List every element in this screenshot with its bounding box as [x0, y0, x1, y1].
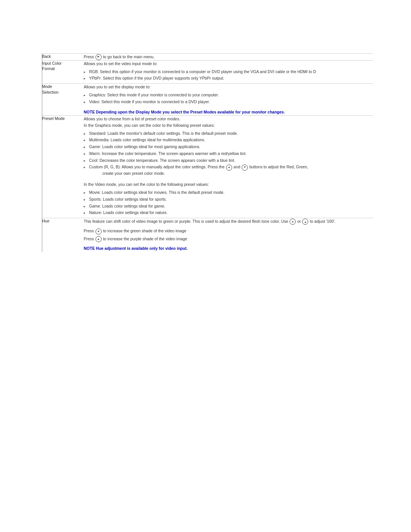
pm-graphics-list: Standard: Loads the monitor's default co…: [84, 129, 373, 179]
pm-intro2: In the Graphics mode, you can set the co…: [84, 122, 373, 129]
pm-multimedia: Multimedia: Loads color settings ideal f…: [84, 137, 373, 144]
line-col: [38, 53, 42, 60]
icf-item-rgb: RGB: Select this option if your monitor …: [84, 69, 373, 75]
hue-down-icon: [290, 219, 296, 225]
input-color-format-row: Input ColorFormat Allows you to set the …: [38, 60, 373, 83]
preset-mode-row: Preset Mode Allows you to choose from a …: [38, 116, 373, 218]
hue-label: Hue: [42, 218, 84, 252]
mode-selection-content: Allows you to set the display mode to: G…: [84, 84, 373, 116]
input-color-format-content: Allows you to set the video input mode t…: [84, 60, 373, 83]
icf-intro: Allows you to set the video input mode t…: [84, 61, 373, 67]
back-label: Back: [42, 53, 84, 60]
back-row: Back Press ► to go back to the main menu…: [38, 53, 373, 60]
hue-up-icon: [302, 219, 308, 225]
back-content: Press ► to go back to the main menu.: [84, 53, 373, 60]
pm-cool: Cool: Decreases the color temperature. T…: [84, 157, 373, 164]
custom-down-icon: [242, 165, 248, 171]
hue-intro: This feature can shift color of video im…: [84, 218, 373, 225]
hue-content: This feature can shift color of video im…: [84, 218, 373, 252]
hue-press-up-icon: [96, 236, 102, 242]
line-col-bottom: [38, 252, 42, 282]
line-col: [38, 116, 42, 218]
input-color-format-label: Input ColorFormat: [42, 60, 84, 83]
top-spacer-row: [38, 30, 373, 53]
preset-mode-content: Allows you to choose from a list of pres…: [84, 116, 373, 218]
pm-warm: Warm: Increase the color temperature. Th…: [84, 150, 373, 157]
back-icon: ►: [96, 54, 102, 60]
ms-note-text: Depending upon the Display Mode you sele…: [95, 110, 285, 114]
hue-note-text: Hue adjustment is available only for vid…: [95, 246, 188, 251]
ms-intro: Allows you to set the display mode to:: [84, 84, 373, 90]
ms-note-label: NOTE: [84, 110, 95, 114]
pm-intro1: Allows you to choose from a list of pres…: [84, 116, 373, 122]
ms-note: NOTE Depending upon the Display Mode you…: [84, 109, 373, 115]
line-col: [38, 84, 42, 116]
ms-item-video: Video: Select this mode if you monitor i…: [84, 99, 373, 105]
bottom-spacer-content: [42, 252, 373, 282]
pm-game: Game: Loads color settings ideal for mos…: [84, 144, 373, 150]
icf-list: RGB: Select this option if your monitor …: [84, 67, 373, 84]
hue-press-up-line: Press to increase the purple shade of th…: [84, 236, 373, 242]
pm-video-intro: In the Video mode, you can set the color…: [84, 181, 373, 188]
hue-press-down-icon: [96, 228, 102, 235]
pm-movie: Movie: Loads color settings ideal for mo…: [84, 189, 373, 196]
mode-selection-row: ModeSelection Allows you to set the disp…: [38, 84, 373, 116]
icf-item-ypbpr: YPbPr: Select this option if the your DV…: [84, 75, 373, 82]
preset-mode-label: Preset Mode: [42, 116, 84, 218]
hue-note: NOTE Hue adjustment is available only fo…: [84, 245, 373, 252]
hue-row: Hue This feature can shift color of vide…: [38, 218, 373, 252]
spacer-content: [42, 30, 373, 53]
main-table: Back Press ► to go back to the main menu…: [38, 30, 373, 282]
hue-press-down-line: Press to increase the green shade of the…: [84, 228, 373, 234]
pm-sports: Sports: Loads color settings ideal for s…: [84, 196, 373, 203]
pm-game-video: Game: Loads color settings ideal for gam…: [84, 203, 373, 210]
custom-up-icon: [226, 165, 232, 171]
line-col-spacer: [38, 30, 42, 53]
ms-list: Graphics: Select this mode if your monit…: [84, 90, 373, 107]
ms-item-graphics: Graphics: Select this mode if your monit…: [84, 92, 373, 99]
pm-standard: Standard: Loads the monitor's default co…: [84, 130, 373, 137]
mode-selection-label: ModeSelection: [42, 84, 84, 116]
line-col: [38, 218, 42, 252]
hue-note-label: NOTE: [84, 246, 95, 251]
bottom-spacer-row: [38, 252, 373, 282]
page-wrapper: Back Press ► to go back to the main menu…: [0, 0, 411, 313]
line-col: [38, 60, 42, 83]
pm-custom: Custom (R, G, B): Allows you to manually…: [84, 164, 373, 177]
pm-nature: Nature: Loads color settings ideal for n…: [84, 209, 373, 216]
pm-video-list: Movie: Loads color settings ideal for mo…: [84, 188, 373, 218]
